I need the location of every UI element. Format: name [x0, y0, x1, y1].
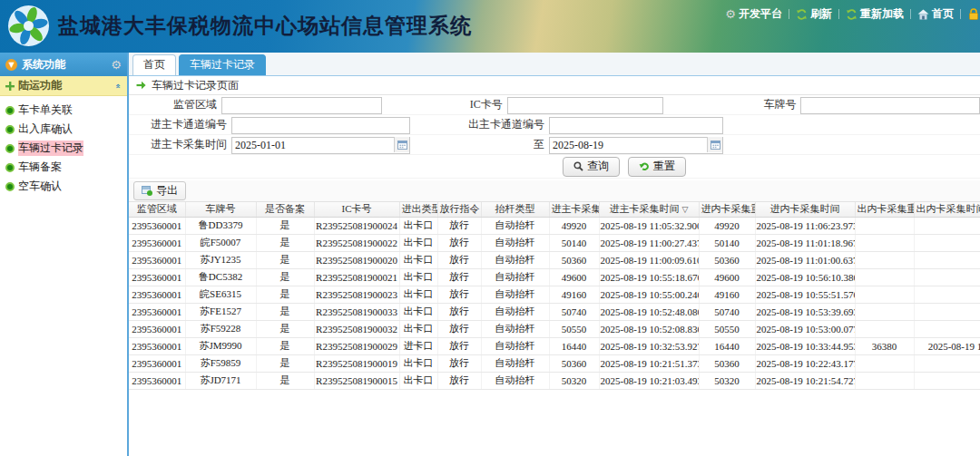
sidebar-item-label: 车辆过卡记录	[18, 141, 83, 156]
sidebar-item-empty-vehicle-confirm[interactable]: 空车确认	[0, 177, 127, 196]
sidebar-group-land-transport[interactable]: 陆运功能 «	[0, 76, 127, 96]
cell: 是	[256, 286, 314, 303]
cell: 49160	[549, 286, 599, 303]
entry-main-channel-input[interactable]	[231, 117, 410, 134]
column-header[interactable]: 进出类型	[399, 202, 437, 217]
table-row[interactable]: 2395360001苏JM9990是R239525081900029进卡口放行自…	[129, 337, 980, 354]
cell	[855, 372, 914, 389]
table-row[interactable]: 2395360001皖F50007是R239525081900022出卡口放行自…	[129, 234, 980, 251]
column-header[interactable]: 进内卡采集时间	[755, 202, 855, 217]
column-header[interactable]: 监管区域	[129, 202, 185, 217]
tab-home[interactable]: 首页	[132, 54, 176, 75]
cell: 49160	[699, 286, 755, 303]
cell	[855, 217, 914, 234]
plate-no-input[interactable]	[800, 97, 980, 114]
ic-card-no-input[interactable]	[507, 97, 663, 114]
cell: 2025-08-19 10:56:10.380	[755, 268, 855, 286]
cell: 2025-08-19 11:01:00.637	[755, 251, 855, 268]
column-header[interactable]: 出内卡采集时间	[914, 202, 980, 217]
app-banner: 盐城港大丰保税物流中心场站信息管理系统 ⚙ 开发平台 刷新 重新加载	[0, 0, 980, 53]
cell: R239525081900020	[314, 251, 399, 268]
sidebar-item-vehicle-pass-records[interactable]: 车辆过卡记录	[0, 139, 127, 158]
table-row[interactable]: 2395360001皖SE6315是R239525081900023出卡口放行自…	[129, 286, 980, 303]
column-header[interactable]: 是否备案	[256, 202, 314, 217]
cell: 自动抬杆	[481, 354, 549, 372]
table-row[interactable]: 2395360001苏F59228是R239525081900032出卡口放行自…	[129, 320, 980, 337]
cell	[855, 268, 914, 286]
page-title: 车辆过卡记录页面	[152, 78, 239, 93]
tab-vehicle-pass-records[interactable]: 车辆过卡记录	[179, 54, 266, 75]
table-row[interactable]: 2395360001苏F59859是R239525081900019出卡口放行自…	[129, 354, 980, 372]
cell: 2025-08-19 11:02	[914, 337, 980, 354]
table-row[interactable]: 2395360001苏FE1527是R239525081900033出卡口放行自…	[129, 303, 980, 320]
column-header[interactable]: 车牌号	[185, 202, 256, 217]
cell: 出卡口	[399, 286, 437, 303]
sidebar-item-inout-confirm[interactable]: 出入库确认	[0, 120, 127, 139]
refresh-link[interactable]: 刷新	[796, 6, 832, 22]
cell: 2025-08-19 10:21:54.727	[755, 372, 855, 389]
entry-collect-time-from-input[interactable]	[231, 137, 410, 154]
gear-icon[interactable]: ⚙	[111, 59, 122, 71]
cell: 49600	[699, 268, 755, 286]
entry-collect-time-to-input[interactable]	[549, 137, 723, 154]
reload-link[interactable]: 重新加载	[846, 6, 904, 22]
column-header[interactable]: 放行指令	[437, 202, 481, 217]
cell: 自动抬杆	[481, 234, 549, 251]
cell: 皖SE6315	[185, 286, 256, 303]
exit-main-channel-input[interactable]	[549, 117, 723, 134]
sidebar-item-card-order-link[interactable]: 车卡单关联	[0, 101, 127, 120]
cell: 出卡口	[399, 251, 437, 268]
table-row[interactable]: 2395360001鲁DC5382是R239525081900021出卡口放行自…	[129, 268, 980, 286]
table-row[interactable]: 2395360001鲁DD3379是R239525081900024出卡口放行自…	[129, 217, 980, 234]
cell	[914, 286, 980, 303]
collapse-icon[interactable]: «	[113, 83, 124, 89]
app-logo	[7, 5, 50, 47]
cell: 进卡口	[399, 337, 437, 354]
calendar-icon[interactable]	[707, 137, 722, 152]
sidebar-item-label: 车卡单关联	[18, 102, 73, 118]
query-button[interactable]: 查询	[563, 157, 620, 177]
sidebar-item-vehicle-filing[interactable]: 车辆备案	[0, 158, 127, 177]
table-row[interactable]: 2395360001苏JY1235是R239525081900020出卡口放行自…	[129, 251, 980, 268]
lock-link[interactable]	[967, 8, 980, 20]
cell: R239525081900023	[314, 286, 399, 303]
reset-button[interactable]: 重置	[628, 157, 686, 177]
export-button[interactable]: 导出	[133, 181, 186, 200]
column-header[interactable]: 抬杆类型	[481, 202, 549, 217]
sidebar-item-label: 车辆备案	[18, 160, 62, 175]
cell: 出卡口	[399, 320, 437, 337]
cell: 苏JM9990	[185, 337, 256, 354]
reset-button-label: 重置	[653, 159, 675, 174]
cell: 2395360001	[129, 217, 185, 234]
regulatory-area-input[interactable]	[221, 97, 382, 114]
cell: R239525081900021	[314, 268, 399, 286]
cell	[914, 251, 980, 268]
column-header[interactable]: 进主卡采集重量	[549, 202, 599, 217]
home-link[interactable]: 首页	[917, 6, 954, 22]
cell: R239525081900019	[314, 354, 399, 372]
cell: 自动抬杆	[481, 268, 549, 286]
cell: 苏F59228	[185, 320, 256, 337]
plate-no-label: 车牌号	[663, 97, 800, 112]
home-label: 首页	[932, 6, 954, 22]
sidebar-item-label: 出入库确认	[18, 121, 73, 137]
sidebar-title: 系统功能	[22, 57, 106, 73]
column-header[interactable]: IC卡号	[314, 202, 399, 217]
cell: 2025-08-19 11:05:32.900	[599, 217, 699, 234]
column-header[interactable]: 进内卡采集重量	[699, 202, 755, 217]
query-button-label: 查询	[587, 159, 609, 174]
cell	[914, 354, 980, 372]
sidebar-header[interactable]: ▼ 系统功能 ⚙	[0, 53, 127, 76]
cell: 自动抬杆	[481, 303, 549, 320]
cell: 2395360001	[129, 251, 185, 268]
column-header[interactable]: 进主卡采集时间▽	[599, 202, 699, 217]
column-header[interactable]: 出内卡采集重量	[855, 202, 914, 217]
cell: 出卡口	[399, 354, 437, 372]
cell: 苏JY1235	[185, 251, 256, 268]
table-row[interactable]: 2395360001苏JD7171是R239525081900015出卡口放行自…	[129, 372, 980, 389]
dev-platform-link[interactable]: ⚙ 开发平台	[725, 6, 782, 22]
cell	[914, 217, 980, 234]
cell: 出卡口	[399, 217, 437, 234]
calendar-icon[interactable]	[394, 137, 409, 152]
cell: 鲁DD3379	[185, 217, 256, 234]
